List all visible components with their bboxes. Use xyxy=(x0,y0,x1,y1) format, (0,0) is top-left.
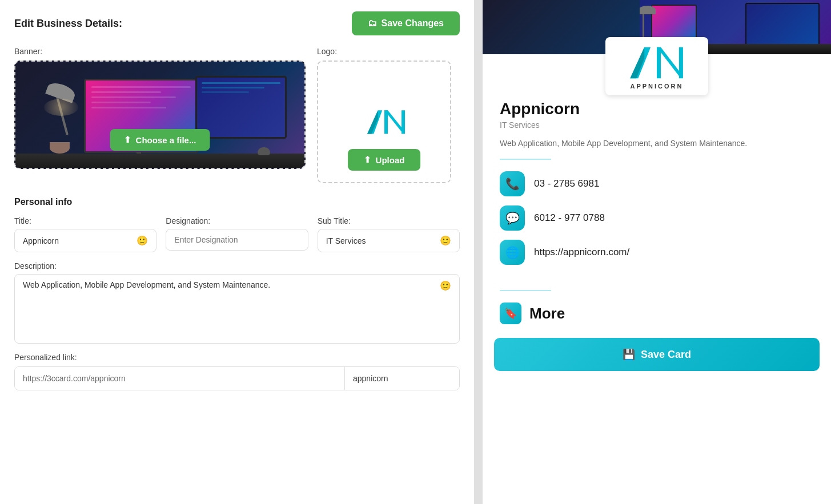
emoji-icon-desc: 🙂 xyxy=(440,280,451,291)
banner-section: Banner: xyxy=(14,47,306,183)
globe-icon: 🌐 xyxy=(500,240,525,265)
mouse xyxy=(258,147,270,155)
svg-marker-1 xyxy=(367,110,378,134)
page-title: Edit Business Details: xyxy=(14,18,122,30)
logo-section: Logo: ⬆ Upload xyxy=(317,47,451,183)
more-section: 🔖 More xyxy=(483,303,831,324)
link-slug-input[interactable] xyxy=(345,367,459,390)
card-icon: 💾 xyxy=(623,348,635,361)
panel-divider xyxy=(474,0,483,504)
banner-box: ⬆ Choose a file... xyxy=(14,61,306,169)
header-row: Edit Business Details: 🗂 Save Changes xyxy=(14,11,460,35)
emoji-icon-subtitle: 🙂 xyxy=(440,235,451,246)
designation-input[interactable] xyxy=(166,229,308,251)
website-text: https://appnicorn.com/ xyxy=(534,247,629,258)
description-input[interactable]: Web Application, Mobile App Development,… xyxy=(23,280,440,337)
link-base-text: https://3ccard.com/appnicorn xyxy=(15,367,345,390)
phone-icon: 📞 xyxy=(500,171,525,196)
subtitle-label: Sub Title: xyxy=(318,216,460,225)
designation-label: Designation: xyxy=(166,216,308,225)
description-wrap[interactable]: Web Application, Mobile App Development,… xyxy=(14,274,460,344)
card-logo-svg xyxy=(617,43,697,83)
phone2-text: 6012 - 977 0788 xyxy=(534,212,605,224)
upload-row: Banner: xyxy=(14,47,460,183)
contact-phone1: 📞 03 - 2785 6981 xyxy=(500,171,814,196)
bowl xyxy=(50,142,70,154)
subtitle-group: Sub Title: 🙂 xyxy=(318,216,460,252)
desk-surface xyxy=(15,154,304,168)
svg-rect-7 xyxy=(657,47,661,78)
banner-label: Banner: xyxy=(14,47,306,56)
logo-image xyxy=(356,104,413,140)
right-panel: APPNICORN Appnicorn IT Services Web Appl… xyxy=(483,0,831,504)
logo-label: Logo: xyxy=(317,47,451,56)
lamp-glow xyxy=(44,99,78,116)
desk-scene xyxy=(15,62,304,168)
card-divider-1 xyxy=(500,159,551,160)
upload-button[interactable]: ⬆ Upload xyxy=(348,149,421,171)
title-input-wrap[interactable]: 🙂 xyxy=(14,229,156,252)
emoji-icon-title: 🙂 xyxy=(137,235,148,246)
card-divider-2 xyxy=(500,290,551,291)
contact-phone2: 💬 6012 - 977 0788 xyxy=(500,205,814,231)
upload-icon-logo: ⬆ xyxy=(364,155,371,165)
second-monitor xyxy=(195,76,287,139)
folder-icon: 🗂 xyxy=(368,18,377,29)
description-label: Description: xyxy=(14,261,460,271)
upload-icon: ⬆ xyxy=(124,135,131,145)
card-name: Appnicorn xyxy=(500,100,814,118)
card-subtitle-text: IT Services xyxy=(500,120,814,130)
subtitle-input[interactable] xyxy=(326,236,440,245)
link-label: Personalized link: xyxy=(14,353,460,362)
choose-file-button[interactable]: ⬆ Choose a file... xyxy=(110,129,210,151)
save-card-button[interactable]: 💾 Save Card xyxy=(494,338,820,371)
card-info: Appnicorn IT Services Web Application, M… xyxy=(483,95,831,285)
svg-marker-6 xyxy=(630,47,644,78)
card-logo-container: APPNICORN xyxy=(483,37,831,95)
phone1-text: 03 - 2785 6981 xyxy=(534,178,599,189)
brand-name-text: APPNICORN xyxy=(630,83,683,90)
more-text: More xyxy=(529,305,565,322)
subtitle-input-wrap[interactable]: 🙂 xyxy=(318,229,460,252)
save-changes-button[interactable]: 🗂 Save Changes xyxy=(352,11,460,35)
link-row: https://3ccard.com/appnicorn xyxy=(14,366,460,390)
description-group: Description: Web Application, Mobile App… xyxy=(14,261,460,344)
card-description: Web Application, Mobile App Development,… xyxy=(500,138,814,150)
form-row-1: Title: 🙂 Designation: Sub Title: 🙂 xyxy=(14,216,460,252)
personal-info-section: Personal info Title: 🙂 Designation: Sub … xyxy=(14,197,460,390)
contact-website: 🌐 https://appnicorn.com/ xyxy=(500,240,814,265)
bookmark-icon: 🔖 xyxy=(500,303,521,324)
logo-box: ⬆ Upload xyxy=(317,61,451,183)
title-group: Title: 🙂 xyxy=(14,216,156,252)
title-input[interactable] xyxy=(23,236,137,245)
title-label: Title: xyxy=(14,216,156,225)
left-panel: Edit Business Details: 🗂 Save Changes Ba… xyxy=(0,0,474,504)
whatsapp-icon: 💬 xyxy=(500,205,525,231)
personal-info-title: Personal info xyxy=(14,197,460,207)
designation-group: Designation: xyxy=(166,216,308,252)
banner-image: ⬆ Choose a file... xyxy=(15,62,304,168)
